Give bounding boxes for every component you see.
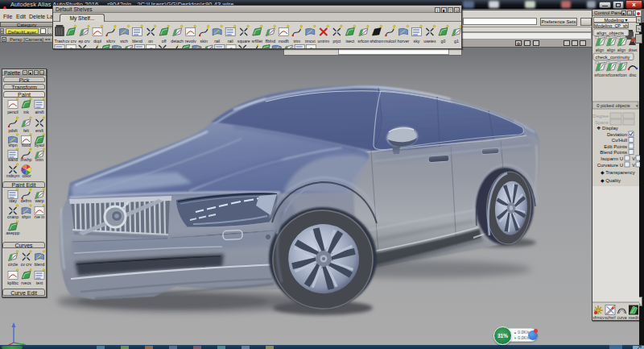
svg-text:defrm: defrm [21,198,31,203]
svg-text:align: align [607,48,616,52]
svg-text:rve in: rve in [35,214,45,219]
svg-text:◆ Quality: ◆ Quality [601,178,621,183]
svg-text:untrim: untrim [318,39,329,44]
svg-text:imshp: imshp [21,157,32,162]
svg-text:Cv/Hull: Cv/Hull [612,138,627,143]
svg-text:blend: blend [35,262,45,267]
svg-text:iday: iday [9,198,17,203]
svg-text:on: on [148,39,153,44]
svg-text:rail: rail [214,39,220,44]
svg-text:rvecs: rvecs [21,280,31,285]
svg-text:srfcon: srfcon [594,73,605,77]
svg-text:kpltbc: kpltbc [7,280,19,285]
svg-text:shpn: shpn [8,143,17,147]
svg-text:off: off [162,39,167,44]
svg-text:Isoparm U: Isoparm U [601,156,623,161]
svg-text:V: V [632,156,635,161]
svg-text:srfillet: srfillet [251,39,262,44]
svg-text:schsrf: schsrf [605,315,616,320]
svg-text:warp: warp [35,198,43,203]
svg-text:skin: skin [200,39,208,44]
svg-text:mdsym: mdsym [6,173,20,178]
svg-text:shdnon: shdnon [369,39,383,44]
svg-text:srfcon: srfcon [605,73,617,77]
svg-text:ffblnd: ffblnd [265,39,275,44]
svg-text:aseppp: aseppp [6,231,19,235]
svg-text:stch: stch [120,39,128,44]
svg-text:❖ Display: ❖ Display [597,126,618,131]
svg-text:prjct: prjct [332,39,341,44]
svg-text:cv crv: cv crv [21,262,32,267]
svg-text:txtm: txtm [35,157,43,162]
svg-text:airsft: airsft [35,110,44,114]
svg-text:dupl: dupl [93,39,101,44]
svg-text:Degree: Degree [592,114,609,118]
svg-text:bysol: bysol [35,143,44,147]
svg-text:text: text [36,280,43,285]
svg-text:detach: detach [171,39,184,44]
svg-text:pdsft: pdsft [8,128,18,133]
svg-text:g0: g0 [441,39,446,44]
svg-text:flood: flood [22,143,31,147]
svg-text:Blend Points: Blend Points [600,150,627,155]
svg-text:disc: disc [630,73,637,77]
svg-text:srfcon: srfcon [357,39,369,44]
svg-text:revolv: revolv [185,39,196,44]
svg-text:dtset: dtset [629,48,638,52]
svg-text:Edit Points: Edit Points [604,144,627,149]
svg-text:Trash: Trash [54,39,64,44]
svg-text:ink: ink [23,110,29,114]
svg-text:sky: sky [414,39,420,44]
svg-text:isect: isect [346,39,355,44]
svg-text:cv crv: cv crv [65,39,76,44]
svg-text:g1: g1 [454,39,459,44]
svg-text:Spans: Spans [595,120,609,125]
svg-text:align: align [617,48,626,52]
svg-text:felt: felt [23,128,29,133]
svg-text:modft: modft [279,39,290,44]
svg-text:sfcrv: sfcrv [106,39,115,44]
svg-text:align_objects: align_objects [597,31,624,35]
svg-text:wand: wand [8,157,19,162]
svg-text:shpn: shpn [22,214,31,219]
svg-text:usetex: usetex [423,39,436,44]
svg-text:trncvt: trncvt [305,39,316,44]
svg-text:pencil: pencil [7,110,19,114]
svg-text:align: align [596,48,605,52]
svg-text:mulcol: mulcol [384,39,396,44]
svg-text:srfcon: srfcon [616,73,627,77]
svg-text:curva: curva [617,315,626,320]
svg-text:xsedit: xsedit [628,315,639,320]
svg-text:Curvature U: Curvature U [597,163,623,168]
svg-text:◆ Transparency: ◆ Transparency [601,170,635,175]
svg-text:ersft: ersft [35,128,44,133]
svg-text:V: V [632,163,635,168]
svg-text:rail: rail [228,39,233,44]
svg-text:square: square [237,39,250,44]
svg-text:horver: horver [398,39,410,44]
svg-text:Deviation: Deviation [607,132,627,137]
svg-text:blend: blend [132,39,142,44]
svg-text:xfrmcv: xfrmcv [592,315,605,320]
svg-text:color: color [22,173,31,178]
svg-text:check_continuity: check_continuity [596,55,630,60]
svg-text:ep crv: ep crv [78,39,90,44]
svg-text:trim: trim [293,39,300,44]
svg-text:circle: circle [8,262,18,267]
svg-text:cnanp: cnanp [7,214,19,219]
svg-text:0 picked objects: 0 picked objects [597,103,630,108]
